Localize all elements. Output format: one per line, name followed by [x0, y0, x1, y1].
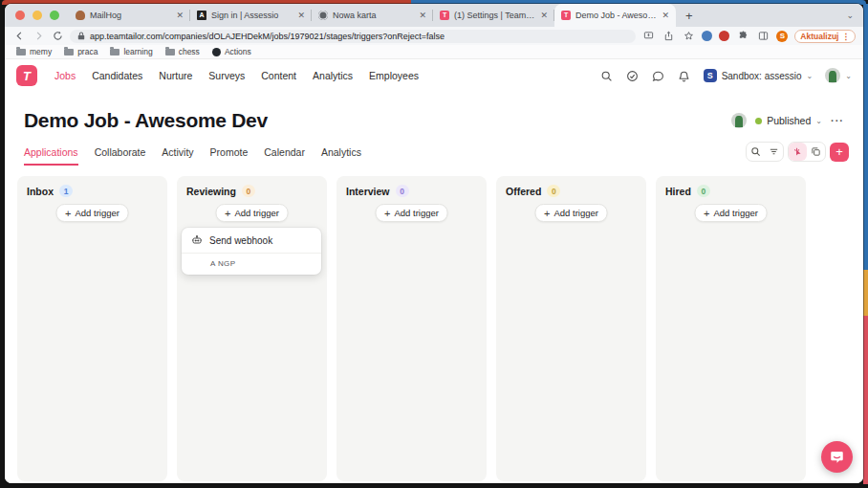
browser-tab[interactable]: (1) Settings | Teamtailor ✕: [433, 4, 554, 27]
add-trigger-label: Add trigger: [234, 208, 278, 218]
user-menu[interactable]: ⌄: [825, 68, 852, 83]
browser-profile-avatar[interactable]: S: [776, 31, 788, 42]
main-nav: Jobs Candidates Nurture Surveys Content …: [54, 70, 419, 81]
todos-check-icon[interactable]: [626, 69, 640, 82]
back-button[interactable]: [12, 30, 26, 43]
tab-analytics[interactable]: Analytics: [321, 146, 361, 166]
new-tab-button[interactable]: +: [676, 9, 703, 23]
nav-item-content[interactable]: Content: [261, 70, 296, 81]
window-close-button[interactable]: [15, 11, 25, 20]
stage-column-reviewing: Reviewing 0 + Add trigger Send webhook A…: [177, 176, 327, 481]
stage-count-badge: 0: [242, 185, 255, 197]
address-bar[interactable]: app.teamtailor.com/companies/dOLAJEHDekM…: [70, 30, 636, 43]
tab-applications[interactable]: Applications: [24, 146, 78, 166]
add-trigger-button[interactable]: + Add trigger: [694, 204, 768, 222]
reload-button[interactable]: [51, 30, 64, 43]
mailhog-favicon-icon: [76, 11, 85, 20]
app-header: T Jobs Candidates Nurture Surveys Conten…: [5, 59, 863, 92]
chat-bubble-icon: [830, 450, 844, 464]
candidate-search-icon[interactable]: [747, 143, 765, 161]
tab-activity[interactable]: Activity: [162, 146, 193, 166]
intercom-chat-button[interactable]: [821, 441, 853, 473]
folder-icon: [165, 49, 175, 55]
more-options-button[interactable]: ···: [831, 115, 844, 126]
chrome-update-button[interactable]: Aktualizuj ⋮: [794, 30, 856, 43]
add-trigger-label: Add trigger: [75, 208, 119, 218]
bookmark-label: praca: [77, 47, 98, 56]
browser-tab-active[interactable]: Demo Job - Awesome Dev | Jo ✕: [554, 4, 676, 27]
bookmark-folder[interactable]: memy: [16, 47, 52, 56]
bookmark-folder[interactable]: learning: [110, 47, 152, 56]
url-text: app.teamtailor.com/companies/dOLAJEHDekM…: [90, 32, 445, 41]
browser-menu-icon[interactable]: ⋮: [842, 32, 851, 41]
nav-item-analytics[interactable]: Analytics: [313, 70, 353, 81]
add-trigger-button[interactable]: + Add trigger: [55, 204, 129, 222]
nav-item-employees[interactable]: Employees: [369, 70, 419, 81]
trigger-menu-item-webhook[interactable]: Send webhook: [182, 228, 321, 254]
install-icon[interactable]: [641, 30, 655, 43]
stage-name: Offered: [506, 186, 541, 197]
bookmark-star-icon[interactable]: [682, 30, 695, 43]
job-status-dropdown[interactable]: Published ⌄: [755, 115, 822, 126]
extensions-puzzle-icon[interactable]: [736, 30, 749, 43]
nav-item-jobs[interactable]: Jobs: [54, 70, 76, 81]
tab-close-icon[interactable]: ✕: [540, 11, 548, 20]
nav-item-surveys[interactable]: Surveys: [208, 70, 245, 81]
tab-close-icon[interactable]: ✕: [419, 11, 426, 20]
nav-item-nurture[interactable]: Nurture: [159, 70, 192, 81]
tab-search-chevron-icon[interactable]: ⌄: [846, 11, 854, 20]
bookmark-label: learning: [123, 47, 152, 56]
forward-button[interactable]: [32, 30, 45, 43]
recruiter-avatar[interactable]: [731, 113, 747, 128]
page-head: Demo Job - Awesome Dev Published ⌄ ···: [24, 109, 844, 132]
notifications-bell-icon[interactable]: [678, 69, 691, 82]
bookmark-folder[interactable]: chess: [165, 47, 200, 56]
add-trigger-button[interactable]: + Add trigger: [534, 204, 608, 222]
bookmark-label: memy: [30, 47, 52, 56]
browser-tabstrip: MailHog ✕ Sign in | Assessio ✕ Nowa kart…: [5, 4, 863, 27]
lock-icon: [77, 32, 85, 40]
window-minimize-button[interactable]: [33, 11, 42, 20]
add-candidate-button[interactable]: +: [830, 143, 849, 162]
teamtailor-favicon-icon: [561, 11, 571, 20]
compare-copy-icon[interactable]: [807, 143, 825, 161]
add-trigger-button[interactable]: + Add trigger: [375, 204, 448, 222]
folder-icon: [64, 49, 74, 55]
add-trigger-button[interactable]: + Add trigger: [215, 204, 289, 222]
tab-close-icon[interactable]: ✕: [176, 11, 184, 20]
bookmark-folder[interactable]: praca: [64, 47, 98, 56]
pipeline-toolbar: +: [746, 142, 849, 162]
background-window-edge: [863, 270, 868, 316]
nav-item-candidates[interactable]: Candidates: [92, 70, 142, 81]
triggers-toggle-icon[interactable]: [789, 143, 807, 161]
browser-tab[interactable]: MailHog ✕: [69, 4, 190, 27]
stage-column-inbox: Inbox 1 + Add trigger: [17, 176, 167, 481]
window-zoom-button[interactable]: [50, 11, 59, 20]
stage-name: Reviewing: [186, 186, 236, 197]
tab-close-icon[interactable]: ✕: [297, 11, 305, 20]
browser-tab[interactable]: Sign in | Assessio ✕: [190, 4, 312, 27]
trigger-menu: Send webhook A NGP: [182, 228, 321, 275]
stage-name: Interview: [346, 186, 390, 197]
add-trigger-label: Add trigger: [713, 208, 757, 218]
messages-icon[interactable]: [652, 69, 665, 82]
tab-close-icon[interactable]: ✕: [662, 11, 669, 20]
teamtailor-logo[interactable]: T: [16, 65, 37, 86]
side-panel-icon[interactable]: [756, 30, 770, 43]
extension-icon[interactable]: [702, 31, 712, 41]
share-icon[interactable]: [662, 30, 675, 43]
assessio-favicon-icon: [197, 11, 206, 20]
tab-collaborate[interactable]: Collaborate: [95, 146, 146, 166]
tab-calendar[interactable]: Calendar: [264, 146, 305, 166]
filter-icon[interactable]: [765, 143, 783, 161]
stage-name: Inbox: [27, 186, 54, 197]
company-switcher[interactable]: S Sandbox: assessio ⌄: [704, 69, 814, 82]
teamtailor-favicon-icon: [440, 11, 449, 20]
bookmark-actions[interactable]: Actions: [212, 47, 251, 56]
adblock-extension-icon[interactable]: [719, 31, 729, 41]
tab-promote[interactable]: Promote: [210, 146, 249, 166]
trigger-menu-item-ngp[interactable]: A NGP: [182, 254, 321, 275]
browser-tab[interactable]: Nowa karta ✕: [312, 4, 433, 27]
tab-title: Nowa karta: [333, 11, 414, 20]
search-icon[interactable]: [600, 69, 614, 82]
